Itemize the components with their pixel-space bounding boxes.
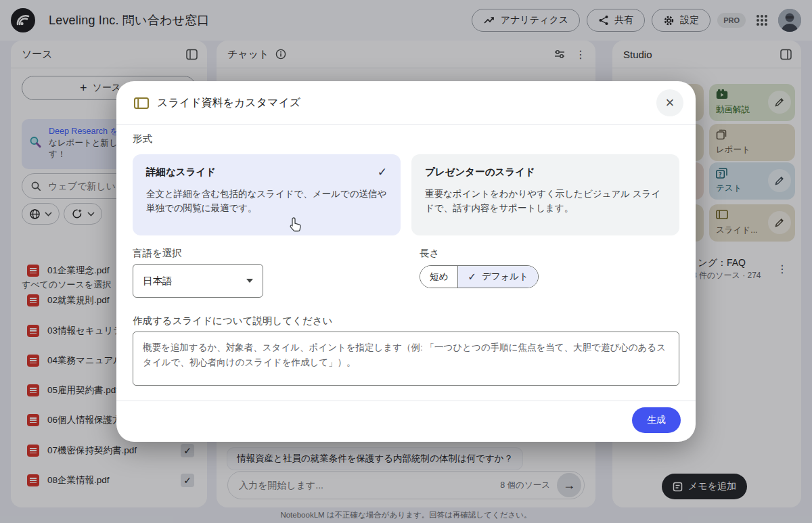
length-option-short[interactable]: 短め <box>420 266 457 288</box>
customize-slides-modal: スライド資料をカスタマイズ × 形式 詳細なスライド 全文と詳細を含む包括的なス… <box>116 81 696 442</box>
length-toggle: 短め ✓ デフォルト <box>420 265 539 288</box>
language-value: 日本語 <box>143 275 173 288</box>
description-label: 作成するスライドについて説明してください <box>133 315 332 327</box>
close-icon[interactable]: × <box>656 89 683 116</box>
divider <box>116 124 696 125</box>
mouse-cursor <box>289 217 302 233</box>
length-option-default[interactable]: ✓ デフォルト <box>457 266 538 288</box>
format-option-presenter[interactable]: プレゼンターのスライド 重要なポイントをわかりやすく示したビジュアル スライドで… <box>411 154 679 235</box>
format-label: 形式 <box>133 133 152 145</box>
check-icon: ✓ <box>468 271 476 283</box>
slide-description-textarea[interactable] <box>133 332 679 386</box>
notebooklm-app: Leveling Inc. 問い合わせ窓口 アナリティクス 共有 設定 <box>0 0 812 523</box>
format-option-detailed[interactable]: 詳細なスライド 全文と詳細を含む包括的なスライドで、メールでの送信や単独での閲覧… <box>133 154 401 235</box>
language-select[interactable]: 日本語 <box>133 264 263 298</box>
modal-header: スライド資料をカスタマイズ × <box>116 81 696 124</box>
slides-icon <box>134 97 149 109</box>
dropdown-caret-icon <box>246 279 253 283</box>
divider <box>116 401 696 401</box>
generate-button[interactable]: 生成 <box>632 407 681 433</box>
check-icon: ✓ <box>378 165 387 179</box>
modal-title: スライド資料をカスタマイズ <box>157 96 300 110</box>
language-label: 言語を選択 <box>133 247 182 260</box>
length-label: 長さ <box>420 247 439 260</box>
